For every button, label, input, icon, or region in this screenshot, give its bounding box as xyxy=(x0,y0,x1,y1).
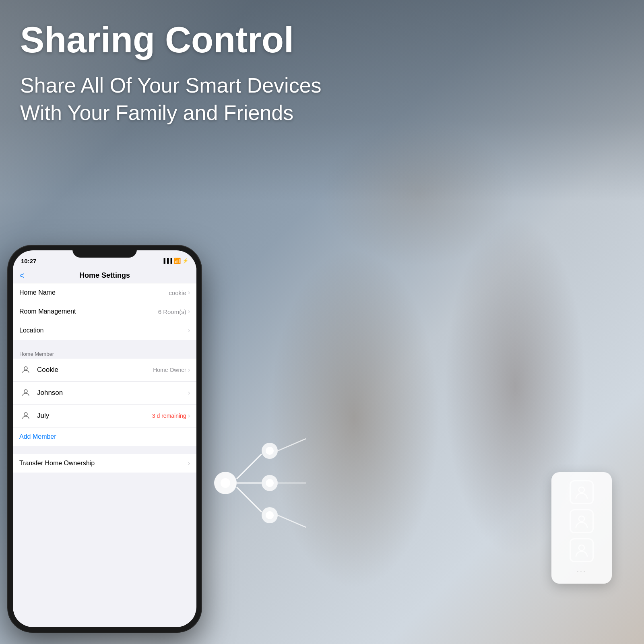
svg-point-1 xyxy=(24,390,27,393)
location-value: › xyxy=(188,327,190,334)
home-name-row[interactable]: Home Name cookie › xyxy=(13,283,196,302)
phone-notch xyxy=(72,246,137,258)
transfer-row[interactable]: Transfer Home Ownership › xyxy=(13,454,196,473)
member-icon-july xyxy=(19,409,32,422)
member-name-cookie: Cookie xyxy=(37,366,58,374)
page-subtitle: Share All Of Your Smart Devices With You… xyxy=(20,72,334,126)
status-time: 10:27 xyxy=(21,258,36,264)
add-member-label: Add Member xyxy=(19,433,56,440)
room-management-row[interactable]: Room Management 6 Room(s) › xyxy=(13,302,196,321)
chevron-icon: › xyxy=(188,389,190,396)
section-gap-2 xyxy=(13,446,196,454)
settings-list: Home Name cookie › Room Management 6 Roo… xyxy=(13,283,196,473)
member-role-july: 3 d remaining › xyxy=(152,412,190,419)
home-name-value: cookie › xyxy=(169,289,190,296)
members-section: Cookie Home Owner › xyxy=(13,359,196,446)
signal-icon: ▐▐▐ xyxy=(162,258,172,264)
section-gap-1 xyxy=(13,340,196,348)
member-remaining-text: 3 d remaining xyxy=(152,413,186,419)
member-left: Cookie xyxy=(19,363,58,376)
family-person-1 xyxy=(570,480,594,504)
transfer-section: Transfer Home Ownership › xyxy=(13,454,196,473)
settings-section-main: Home Name cookie › Room Management 6 Roo… xyxy=(13,283,196,340)
svg-point-12 xyxy=(266,479,274,487)
svg-point-2 xyxy=(24,413,27,416)
nav-title: Home Settings xyxy=(79,271,130,280)
member-icon-cookie xyxy=(19,363,32,376)
member-section-header: Home Member xyxy=(13,348,196,359)
share-illustration xyxy=(193,402,314,564)
chevron-icon: › xyxy=(188,289,190,296)
svg-line-9 xyxy=(237,487,262,512)
svg-point-11 xyxy=(266,447,274,455)
room-management-value: 6 Room(s) › xyxy=(158,308,190,315)
wifi-icon: 📶 xyxy=(174,258,181,264)
family-card: ··· xyxy=(551,472,612,584)
page-title: Sharing Control xyxy=(20,20,334,60)
member-left: July xyxy=(19,409,49,422)
member-row-johnson[interactable]: Johnson › xyxy=(13,382,196,405)
family-person-3 xyxy=(570,538,594,562)
phone-mockup: 10:27 ▐▐▐ 📶 ⚡ < Home Settings Home Name xyxy=(8,246,201,632)
member-name-johnson: Johnson xyxy=(37,389,63,397)
family-person-2 xyxy=(570,509,594,533)
svg-point-10 xyxy=(221,478,230,488)
home-name-label: Home Name xyxy=(19,289,56,296)
header-section: Sharing Control Share All Of Your Smart … xyxy=(20,20,334,126)
svg-line-14 xyxy=(278,439,306,451)
chevron-icon: › xyxy=(188,327,190,334)
phone-outer: 10:27 ▐▐▐ 📶 ⚡ < Home Settings Home Name xyxy=(8,246,201,632)
svg-line-16 xyxy=(278,515,306,527)
add-member-button[interactable]: Add Member xyxy=(13,427,196,446)
family-card-dots: ··· xyxy=(577,567,586,576)
member-role-text: Home Owner xyxy=(153,367,186,373)
svg-point-18 xyxy=(579,516,584,522)
battery-icon: ⚡ xyxy=(182,258,188,264)
svg-point-19 xyxy=(579,545,584,551)
member-left: Johnson xyxy=(19,386,63,399)
location-row[interactable]: Location › xyxy=(13,321,196,340)
svg-point-13 xyxy=(266,511,274,519)
room-management-text: 6 Room(s) xyxy=(158,308,186,315)
member-icon-johnson xyxy=(19,386,32,399)
status-icons: ▐▐▐ 📶 ⚡ xyxy=(162,258,188,264)
chevron-icon: › xyxy=(188,412,190,419)
nav-bar: < Home Settings xyxy=(13,268,196,283)
room-management-label: Room Management xyxy=(19,308,76,315)
member-row-july[interactable]: July 3 d remaining › xyxy=(13,405,196,427)
chevron-icon: › xyxy=(188,460,190,467)
member-role-johnson: › xyxy=(188,389,190,396)
chevron-icon: › xyxy=(188,308,190,315)
home-name-text: cookie xyxy=(169,289,186,296)
phone-screen: 10:27 ▐▐▐ 📶 ⚡ < Home Settings Home Name xyxy=(13,250,196,627)
member-role-cookie: Home Owner › xyxy=(153,366,190,374)
svg-point-17 xyxy=(579,487,584,493)
back-button[interactable]: < xyxy=(19,270,25,281)
svg-line-7 xyxy=(237,454,262,479)
member-name-july: July xyxy=(37,412,49,420)
svg-point-0 xyxy=(24,367,27,370)
member-row-cookie[interactable]: Cookie Home Owner › xyxy=(13,359,196,382)
location-label: Location xyxy=(19,327,44,334)
chevron-icon: › xyxy=(188,366,190,374)
transfer-label: Transfer Home Ownership xyxy=(19,460,95,467)
